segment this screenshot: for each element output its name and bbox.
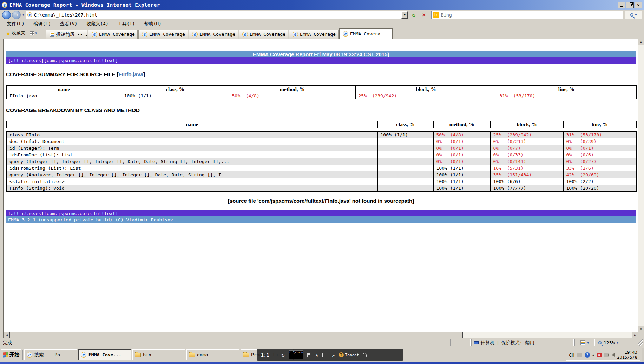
taskbar: 开始 e 搜索 -- Po... e EMMA Cove... bin emma… (0, 347, 644, 362)
cell-value (377, 171, 433, 178)
forward-button[interactable]: → (12, 11, 21, 19)
resize-grip[interactable] (638, 339, 643, 346)
taskbar-item-emma[interactable]: e EMMA Cove... (78, 349, 131, 360)
stop-button[interactable]: × (419, 11, 428, 19)
page-actions-dropdown-icon[interactable]: ▼ (587, 341, 589, 344)
tab-label: EMMA Coverage ... (250, 32, 288, 37)
search-input[interactable] (441, 12, 623, 18)
start-button[interactable]: 开始 (1, 349, 21, 360)
search-dropdown-icon[interactable]: ▼ (635, 13, 637, 17)
all-classes-link[interactable]: [all classes] (8, 211, 44, 216)
tomcat-label: Tomcat (345, 353, 359, 357)
menu-help[interactable]: 帮助(H) (144, 21, 161, 27)
cmd-window-thumbnail[interactable]: C:\Windo... (289, 350, 303, 359)
status-text: 完成 (0, 339, 439, 346)
ie-icon: e (27, 352, 32, 358)
computer-zone-icon (474, 341, 479, 344)
cell-name: idsFromDoc (List): List (6, 151, 377, 158)
scroll-left-button[interactable]: ◄ (4, 332, 10, 338)
horizontal-scroll-thumb[interactable] (10, 332, 463, 338)
scrollbar-corner (638, 332, 644, 338)
taskbar-item-label: emma (197, 352, 208, 357)
vertical-scrollbar[interactable]: ▲ ▼ (638, 39, 644, 332)
all-classes-link[interactable]: [all classes] (8, 58, 44, 63)
menu-tools[interactable]: 工具(T) (118, 21, 135, 27)
status-pane-empty-2 (450, 339, 460, 346)
chevron-up-icon[interactable]: ▲ (592, 353, 594, 357)
horizontal-scrollbar[interactable]: ◄ ► (4, 332, 638, 338)
tab-emma-3[interactable]: e EMMA Coverage ... (189, 30, 238, 39)
tab-emma-1[interactable]: e EMMA Coverage ... (88, 30, 138, 39)
cell-value: 31% (53/170) (497, 93, 636, 99)
hand-icon[interactable] (363, 353, 367, 357)
help-icon[interactable]: ? (585, 352, 590, 358)
rotate-icon[interactable]: ↻ (281, 352, 284, 358)
ime-indicator[interactable]: CH (569, 352, 574, 358)
cell-name: FInfo.java (6, 93, 121, 99)
monitor-icon[interactable] (322, 353, 328, 357)
tomcat-item[interactable]: T Tomcat (339, 352, 359, 357)
tab-label: EMMA Coverage ... (300, 32, 339, 37)
tab-label: 投递简历 -- Jsp... (56, 31, 87, 38)
clock[interactable]: 19:43 2015/5/8 (617, 350, 637, 360)
share-icon[interactable]: ↗ (332, 352, 335, 358)
show-desktop-button[interactable] (642, 348, 644, 362)
tabs-bar: ★ 收藏夹 ▼ 投递简历 -- Jsp... e EMMA Coverage .… (0, 28, 644, 39)
history-dropdown-icon[interactable]: ▼ (22, 13, 25, 17)
menu-file[interactable]: 文件(F) (7, 21, 24, 27)
tomcat-icon: T (339, 352, 344, 357)
close-button[interactable]: × (635, 2, 642, 8)
report-title: EMMA Coverage Report Fri May 08 19:33:24… (253, 51, 389, 57)
status-pane-empty-1 (440, 339, 449, 346)
minimize-button[interactable] (618, 2, 625, 8)
menu-view[interactable]: 查看(V) (60, 21, 77, 27)
taskbar-item-search[interactable]: e 搜索 -- Po... (24, 349, 77, 360)
star-icon[interactable]: ★ (315, 352, 318, 358)
quick-tabs-button[interactable]: ▼ (28, 29, 38, 37)
tab-emma-5[interactable]: e EMMA Coverage ... (289, 30, 339, 39)
speaker-icon[interactable] (612, 353, 615, 357)
scroll-down-button[interactable]: ▼ (638, 326, 644, 332)
favorites-button[interactable]: ★ 收藏夹 (4, 28, 28, 38)
restore-button[interactable] (626, 2, 634, 8)
source-file-link[interactable]: FInfo.java (118, 71, 143, 77)
bing-icon: b (433, 12, 439, 18)
screen: e EMMA Coverage Report - Windows Interne… (0, 0, 644, 364)
scroll-right-button[interactable]: ► (632, 332, 638, 338)
quick-tabs-icon (30, 31, 34, 35)
address-dropdown-button[interactable]: ▼ (401, 11, 408, 19)
cell-name: FInfo (String): void (6, 185, 377, 191)
frame-icon[interactable] (273, 353, 277, 357)
summary-header-row: name class, % method, % block, % line, % (6, 86, 636, 93)
cell-value: 0% (0/213) (490, 138, 563, 145)
taskbar-item-label: bin (143, 352, 151, 357)
page-actions-pane[interactable]: ▼ (574, 339, 595, 346)
col-line: line, % (563, 121, 636, 128)
window-titlebar: e EMMA Coverage Report - Windows Interne… (0, 0, 644, 10)
cell-value: 25% (239/942) (355, 93, 497, 99)
printer-icon[interactable] (577, 353, 582, 357)
tab-emma-2[interactable]: e EMMA Coverage ... (138, 30, 188, 39)
zoom-dropdown-icon[interactable]: ▼ (617, 341, 618, 344)
search-button[interactable]: ▼ (625, 11, 642, 19)
alert-icon[interactable]: × (597, 353, 602, 357)
refresh-button[interactable]: ↻ (409, 11, 418, 19)
address-input[interactable] (34, 12, 400, 18)
package-link[interactable]: [com.jspxcms.core.fulltext] (44, 58, 118, 63)
zoom-pane[interactable]: 125% ▼ (596, 339, 637, 346)
breakdown-header-row: name class, % method, % block, % line, % (6, 121, 636, 128)
ie-tab-icon: e (242, 32, 248, 37)
package-link[interactable]: [com.jspxcms.core.fulltext] (44, 211, 118, 216)
cell-value: 100% (20/20) (563, 185, 636, 191)
menu-favorites[interactable]: 收藏夹(A) (86, 21, 108, 27)
scroll-up-button[interactable]: ▲ (638, 39, 644, 45)
taskbar-item-emma-folder[interactable]: emma (186, 349, 239, 360)
taskbar-item-bin[interactable]: bin (132, 349, 185, 360)
save-icon[interactable] (307, 353, 311, 357)
tab-jsp[interactable]: 投递简历 -- Jsp... (46, 30, 87, 39)
tab-emma-4[interactable]: e EMMA Coverage ... (239, 30, 288, 39)
breakdown-heading: COVERAGE BREAKDOWN BY CLASS AND METHOD (6, 107, 636, 113)
back-button[interactable]: ← (2, 11, 11, 19)
menu-edit[interactable]: 编辑(E) (33, 21, 51, 27)
tab-emma-active[interactable]: e EMMA Covera... × (339, 28, 393, 39)
